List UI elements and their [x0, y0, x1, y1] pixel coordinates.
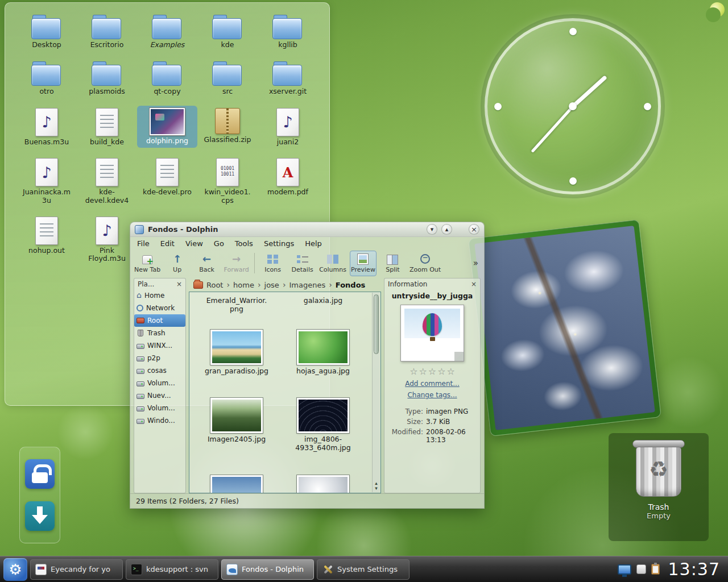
- maximize-button[interactable]: [441, 224, 452, 235]
- details-view-button[interactable]: Details: [289, 251, 316, 276]
- new-tab-button[interactable]: New Tab: [134, 251, 161, 276]
- desktop-icon-buenas-m3u[interactable]: Buenas.m3u: [16, 106, 77, 148]
- place-windows[interactable]: Windo...: [134, 414, 185, 427]
- desktop-icon-dolphin-png[interactable]: dolphin.png: [137, 106, 197, 148]
- place-volume-2[interactable]: Volum...: [134, 402, 185, 414]
- desktop-icon-nohup-out[interactable]: nohup.out: [16, 214, 77, 265]
- desktop-icon-pink-floyd-m3u[interactable]: Pink Floyd.m3u: [77, 214, 137, 265]
- place-winx[interactable]: WINX...: [134, 339, 185, 352]
- task-system-settings[interactable]: System Settings: [317, 559, 410, 580]
- breadcrumb-root[interactable]: Root: [206, 281, 223, 289]
- desktop-icon-juani2[interactable]: juani2: [258, 106, 318, 148]
- zoom-out-button[interactable]: Zoom Out: [409, 251, 441, 276]
- display-tray-icon[interactable]: [618, 564, 631, 575]
- menu-go[interactable]: Go: [214, 239, 224, 248]
- window-titlebar[interactable]: Fondos - Dolphin: [130, 222, 484, 237]
- vertical-scrollbar[interactable]: ▴ ▾: [372, 293, 380, 492]
- trash-status: Empty: [647, 512, 671, 520]
- task-dolphin[interactable]: Fondos - Dolphin: [221, 559, 314, 580]
- back-button[interactable]: Back: [193, 251, 220, 276]
- file-view[interactable]: Emerald_Warrior.png galaxia.jpg gran_par…: [189, 292, 381, 493]
- download-arrow-widget-icon[interactable]: [25, 501, 55, 531]
- menu-file[interactable]: File: [137, 239, 150, 248]
- place-volume-1[interactable]: Volum...: [134, 377, 185, 389]
- kmenu-button[interactable]: [3, 558, 27, 581]
- desktop-icon-desktop[interactable]: Desktop: [16, 12, 77, 51]
- file-item[interactable]: [194, 475, 279, 493]
- desktop-icon-src[interactable]: src: [197, 59, 258, 97]
- change-tags-link[interactable]: Change tags...: [407, 391, 457, 399]
- digital-clock[interactable]: 13:37: [666, 559, 725, 579]
- minimize-button[interactable]: [427, 224, 437, 235]
- desktop-icon-kde-devel-pro[interactable]: kde-devel.pro: [137, 156, 197, 206]
- file-item[interactable]: galaxia.jpg: [280, 294, 366, 305]
- lock-widget-icon[interactable]: [25, 459, 55, 489]
- device-notifier-tray-icon[interactable]: [636, 564, 646, 574]
- file-item[interactable]: Emerald_Warrior.png: [194, 294, 279, 313]
- desktop-icon-kgllib[interactable]: kgllib: [258, 12, 318, 51]
- desktop-icon-examples[interactable]: Examples: [137, 12, 197, 51]
- icons-view-button[interactable]: Icons: [259, 251, 286, 276]
- tool-label: New Tab: [134, 266, 160, 273]
- file-item[interactable]: Imagen2405.jpg: [194, 398, 279, 443]
- desktop-icon-glassified-zip[interactable]: Glassified.zip: [197, 106, 258, 148]
- task-kdesupport[interactable]: kdesupport : svn: [126, 559, 218, 580]
- desktop-icon-juaninacka-m3u[interactable]: Juaninacka.m3u: [16, 156, 77, 206]
- menu-tools[interactable]: Tools: [235, 239, 253, 248]
- desktop-icon-escritorio[interactable]: Escritorio: [77, 12, 137, 51]
- scroll-down-icon[interactable]: ▾: [375, 486, 378, 491]
- place-network[interactable]: Network: [134, 302, 185, 314]
- place-home[interactable]: Home: [134, 289, 185, 302]
- menu-view[interactable]: View: [185, 239, 203, 248]
- breadcrumb-jose[interactable]: jose: [264, 281, 279, 289]
- desktop-icon-xserver-git[interactable]: xserver.git: [258, 59, 318, 97]
- desktop-icon-qt-copy[interactable]: qt-copy: [137, 59, 197, 97]
- breadcrumb-current[interactable]: Fondos: [336, 281, 366, 289]
- forward-button[interactable]: Forward: [223, 251, 250, 276]
- file-item[interactable]: gran_paradiso.jpg: [194, 330, 279, 375]
- desktop-icon-otro[interactable]: otro: [16, 59, 77, 97]
- rating-star-icon[interactable]: [437, 366, 445, 377]
- rating-star-icon[interactable]: [419, 366, 427, 377]
- menu-edit[interactable]: Edit: [160, 239, 175, 248]
- places-close-icon[interactable]: [176, 280, 182, 288]
- columns-view-button[interactable]: Columns: [318, 251, 347, 276]
- toolbar-overflow-button[interactable]: »: [471, 258, 481, 268]
- up-button[interactable]: Up: [164, 251, 191, 276]
- desktop-icon-build-kde[interactable]: build_kde: [77, 106, 137, 148]
- desktop-icon-modem-pdf[interactable]: modem.pdf: [258, 156, 318, 206]
- place-trash[interactable]: Trash: [134, 327, 185, 339]
- split-button[interactable]: Split: [379, 251, 406, 276]
- photo-frame-widget[interactable]: [468, 219, 661, 436]
- file-item[interactable]: hojas_agua.jpg: [280, 330, 366, 375]
- place-root[interactable]: Root: [134, 314, 185, 327]
- desktop-icon-kde-devel-kdev4[interactable]: kde-devel.kdev4: [77, 156, 137, 206]
- add-comment-link[interactable]: Add comment...: [405, 380, 460, 388]
- close-button[interactable]: [469, 224, 479, 235]
- file-item[interactable]: [280, 475, 366, 493]
- menu-help[interactable]: Help: [305, 239, 322, 248]
- place-p2p[interactable]: p2p: [134, 352, 185, 364]
- place-cosas[interactable]: cosas: [134, 364, 185, 377]
- menu-settings[interactable]: Settings: [264, 239, 294, 248]
- place-nuevo[interactable]: Nuev...: [134, 389, 185, 402]
- rating-stars[interactable]: [410, 366, 455, 377]
- task-eyecandy[interactable]: Eyecandy for yo: [30, 559, 123, 580]
- klipper-tray-icon[interactable]: [651, 564, 660, 575]
- scrollbar-thumb[interactable]: [374, 294, 379, 354]
- breadcrumb-home[interactable]: home: [233, 281, 254, 289]
- analog-clock-widget[interactable]: [485, 18, 661, 194]
- plasma-cashew-icon[interactable]: [709, 1, 726, 18]
- breadcrumb-imagenes[interactable]: Imagenes: [289, 281, 325, 289]
- file-item[interactable]: img_4806-4933_640m.jpg: [280, 398, 366, 452]
- rating-star-icon[interactable]: [410, 366, 417, 377]
- rating-star-icon[interactable]: [447, 366, 455, 377]
- folder-icon: [272, 61, 303, 86]
- desktop-icon-plasmoids[interactable]: plasmoids: [77, 59, 137, 97]
- rating-star-icon[interactable]: [428, 366, 436, 377]
- preview-button[interactable]: Preview: [350, 251, 377, 276]
- desktop-icon-kwin-video1-cps[interactable]: kwin_video1.cps: [197, 156, 258, 206]
- desktop-icon-kde[interactable]: kde: [197, 12, 258, 51]
- information-close-icon[interactable]: [471, 280, 477, 288]
- trash-widget[interactable]: ♻ Trash Empty: [609, 433, 709, 541]
